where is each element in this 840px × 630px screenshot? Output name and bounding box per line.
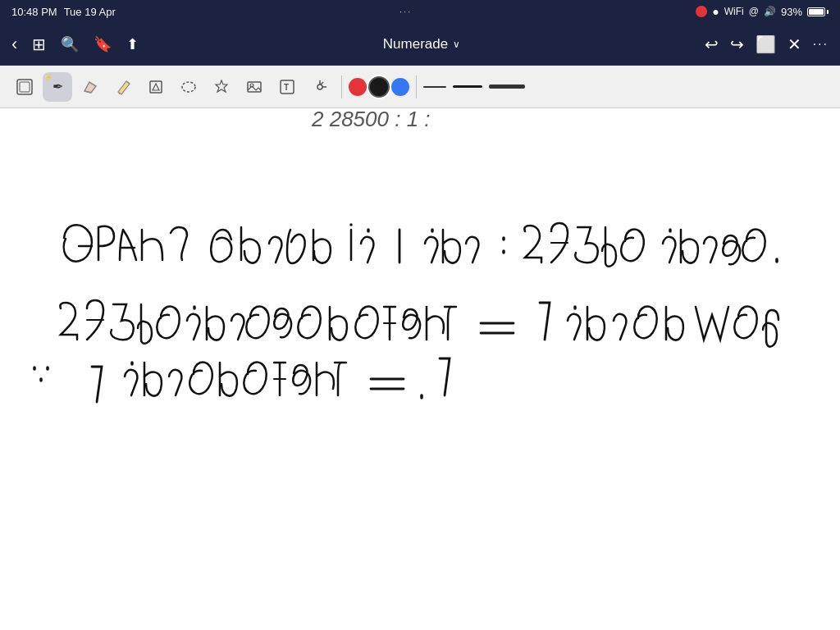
svg-point-11 bbox=[317, 84, 322, 89]
svg-rect-1 bbox=[20, 82, 30, 92]
line-1 bbox=[64, 223, 777, 267]
undo-button[interactable]: ↩ bbox=[705, 34, 719, 54]
center-dots: ··· bbox=[399, 7, 412, 16]
time: 10:48 PM bbox=[11, 6, 57, 18]
grid-button[interactable]: ⊞ bbox=[32, 34, 46, 54]
partial-top-line: 2 28500 : 1 : bbox=[311, 108, 431, 131]
toolbar: ✒ ⚡ bbox=[0, 66, 840, 108]
pen-tool[interactable]: ✒ ⚡ bbox=[43, 72, 72, 102]
wifi-icon: WiFi bbox=[724, 6, 744, 17]
svg-text:2   28500   :  1   :: 2 28500 : 1 : bbox=[311, 108, 431, 131]
title-chevron: ∨ bbox=[453, 39, 460, 50]
app-title: Numerade bbox=[383, 36, 448, 52]
add-page-button[interactable]: ⬜ bbox=[756, 34, 776, 54]
svg-point-3 bbox=[182, 82, 195, 92]
nav-bar: ‹ ⊞ 🔍 🔖 ⬆ Numerade ∨ ↩ ↪ ⬜ ✕ ··· bbox=[0, 23, 840, 66]
back-button[interactable]: ‹ bbox=[11, 34, 17, 55]
status-bar-right: ● WiFi @ 🔊 93% bbox=[696, 5, 829, 18]
bookmark-button[interactable]: 🔖 bbox=[94, 35, 112, 53]
pen-icon: ✒ bbox=[52, 79, 63, 94]
pencil-tool[interactable] bbox=[108, 72, 138, 102]
laser-tool[interactable] bbox=[305, 72, 335, 102]
bluetooth-indicator: ⚡ bbox=[44, 74, 52, 81]
record-indicator bbox=[696, 6, 707, 17]
shapes-tool[interactable] bbox=[141, 72, 171, 102]
nav-center: Numerade ∨ bbox=[383, 36, 460, 52]
svg-rect-4 bbox=[248, 82, 261, 92]
thickness-thick[interactable] bbox=[489, 84, 525, 89]
color-black[interactable] bbox=[370, 78, 388, 96]
color-blue[interactable] bbox=[391, 78, 409, 96]
redo-button[interactable]: ↪ bbox=[730, 34, 744, 54]
search-button[interactable]: 🔍 bbox=[61, 35, 79, 53]
volume-icon: 🔊 bbox=[764, 6, 776, 17]
at-sign: @ bbox=[749, 6, 759, 17]
canvas-area[interactable]: 2 28500 : 1 : bbox=[0, 108, 840, 630]
star-tool[interactable] bbox=[207, 72, 236, 102]
line-3 bbox=[34, 358, 450, 402]
nav-right: ↩ ↪ ⬜ ✕ ··· bbox=[705, 34, 829, 54]
wifi-dot: ● bbox=[712, 5, 719, 18]
selection-tool[interactable] bbox=[10, 72, 39, 102]
thickness-medium[interactable] bbox=[453, 85, 482, 88]
text-tool[interactable]: T bbox=[272, 72, 302, 102]
svg-text:T: T bbox=[284, 83, 289, 92]
share-button[interactable]: ⬆ bbox=[126, 35, 139, 53]
thickness-thin[interactable] bbox=[423, 86, 446, 88]
handwriting-canvas: 2 28500 : 1 : bbox=[0, 108, 840, 630]
battery-percent: 93% bbox=[781, 6, 802, 18]
line-2 bbox=[60, 300, 778, 347]
separator-1 bbox=[341, 75, 342, 98]
status-bar-left: 10:48 PM Tue 19 Apr bbox=[11, 6, 116, 18]
more-button[interactable]: ··· bbox=[813, 37, 829, 52]
battery-icon bbox=[807, 7, 829, 16]
separator-2 bbox=[416, 75, 417, 98]
thickness-selector bbox=[423, 84, 525, 89]
image-tool[interactable] bbox=[240, 72, 269, 102]
close-button[interactable]: ✕ bbox=[788, 34, 801, 54]
nav-left: ‹ ⊞ 🔍 🔖 ⬆ bbox=[11, 34, 139, 55]
status-bar: 10:48 PM Tue 19 Apr ··· ● WiFi @ 🔊 93% bbox=[0, 0, 840, 23]
date: Tue 19 Apr bbox=[64, 6, 116, 18]
dots-center: ··· bbox=[399, 7, 412, 16]
lasso-tool[interactable] bbox=[174, 72, 203, 102]
eraser-tool[interactable] bbox=[75, 72, 105, 102]
color-red[interactable] bbox=[349, 78, 367, 96]
